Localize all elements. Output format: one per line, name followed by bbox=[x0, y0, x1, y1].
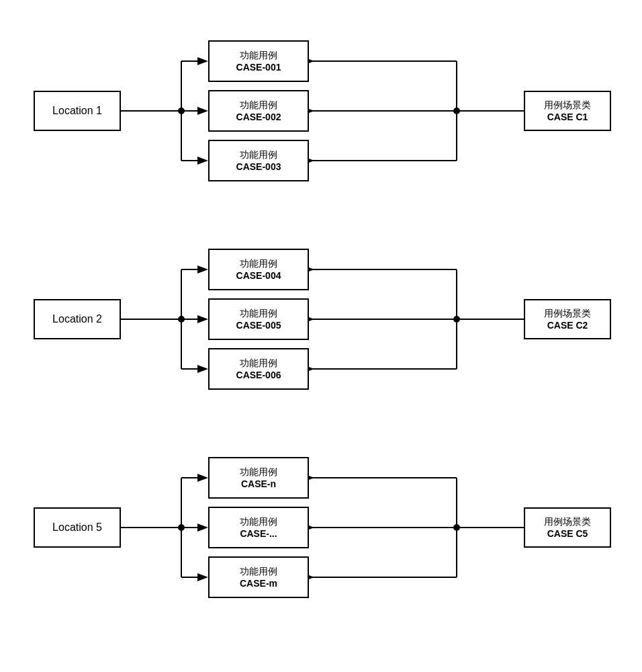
cases-column: 功能用例CASE-n功能用例CASE-...功能用例CASE-m bbox=[208, 457, 309, 598]
case-code: CASE-004 bbox=[236, 270, 281, 281]
cases-column: 功能用例CASE-001功能用例CASE-002功能用例CASE-003 bbox=[208, 40, 309, 181]
case-chinese: 功能用例 bbox=[240, 466, 277, 478]
scene-code: CASE C5 bbox=[547, 528, 588, 539]
case-box: 功能用例CASE-006 bbox=[208, 348, 309, 390]
case-chinese: 功能用例 bbox=[240, 258, 277, 270]
case-box: 功能用例CASE-m bbox=[208, 556, 309, 598]
svg-point-31 bbox=[453, 524, 460, 531]
case-chinese: 功能用例 bbox=[240, 149, 277, 161]
case-code: CASE-m bbox=[240, 578, 277, 589]
case-code: CASE-005 bbox=[236, 320, 281, 331]
case-code: CASE-... bbox=[240, 528, 277, 539]
case-box: 功能用例CASE-n bbox=[208, 457, 309, 499]
case-box: 功能用例CASE-... bbox=[208, 507, 309, 548]
location-box: Location 2 bbox=[34, 299, 121, 339]
location-box: Location 5 bbox=[34, 507, 121, 548]
case-code: CASE-001 bbox=[236, 62, 281, 73]
case-box: 功能用例CASE-001 bbox=[208, 40, 309, 82]
svg-point-7 bbox=[453, 108, 460, 114]
case-code: CASE-n bbox=[241, 478, 276, 489]
case-box: 功能用例CASE-004 bbox=[208, 249, 309, 290]
group-1: Location 1功能用例CASE-001功能用例CASE-002功能用例CA… bbox=[34, 27, 611, 195]
group-2: Location 2功能用例CASE-004功能用例CASE-005功能用例CA… bbox=[34, 235, 611, 403]
case-code: CASE-003 bbox=[236, 161, 281, 172]
location-box: Location 1 bbox=[34, 91, 121, 131]
scene-box: 用例场景类CASE C2 bbox=[524, 299, 611, 339]
cases-column: 功能用例CASE-004功能用例CASE-005功能用例CASE-006 bbox=[208, 249, 309, 390]
scene-box: 用例场景类CASE C1 bbox=[524, 91, 611, 131]
svg-point-25 bbox=[178, 524, 185, 531]
case-chinese: 功能用例 bbox=[240, 308, 277, 320]
group-3: Location 5功能用例CASE-n功能用例CASE-...功能用例CASE… bbox=[34, 444, 611, 612]
scene-code: CASE C2 bbox=[547, 320, 588, 331]
case-chinese: 功能用例 bbox=[240, 358, 277, 370]
scene-chinese: 用例场景类 bbox=[544, 99, 591, 112]
scene-box: 用例场景类CASE C5 bbox=[524, 507, 611, 548]
scene-code: CASE C1 bbox=[547, 112, 588, 122]
case-box: 功能用例CASE-002 bbox=[208, 90, 309, 132]
diagram-container: Location 1功能用例CASE-001功能用例CASE-002功能用例CA… bbox=[13, 13, 629, 625]
scene-chinese: 用例场景类 bbox=[544, 308, 591, 320]
case-code: CASE-006 bbox=[236, 370, 281, 380]
svg-point-19 bbox=[453, 316, 460, 323]
case-chinese: 功能用例 bbox=[240, 50, 277, 62]
case-code: CASE-002 bbox=[236, 112, 281, 122]
svg-point-1 bbox=[178, 108, 185, 114]
case-box: 功能用例CASE-003 bbox=[208, 140, 309, 181]
case-box: 功能用例CASE-005 bbox=[208, 298, 309, 340]
case-chinese: 功能用例 bbox=[240, 566, 277, 578]
case-chinese: 功能用例 bbox=[240, 99, 277, 112]
scene-chinese: 用例场景类 bbox=[544, 516, 591, 528]
case-chinese: 功能用例 bbox=[240, 516, 277, 528]
svg-point-13 bbox=[178, 316, 185, 323]
